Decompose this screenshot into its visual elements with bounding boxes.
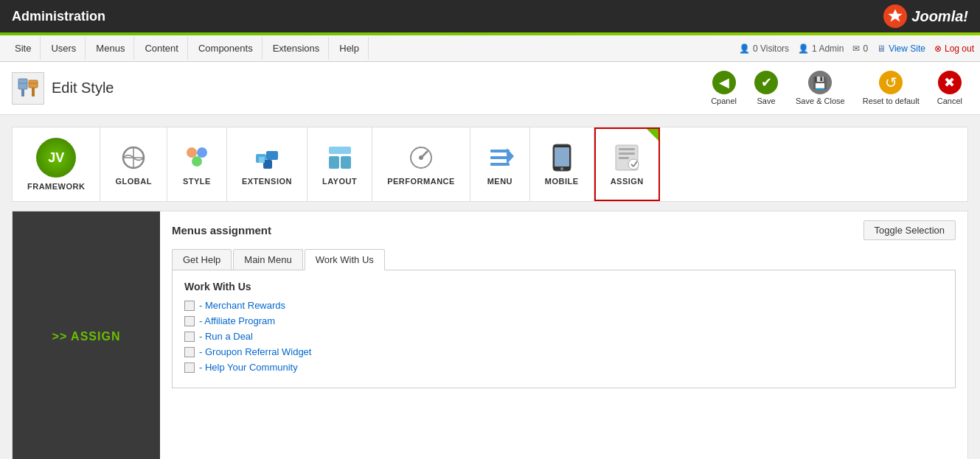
svg-marker-26 xyxy=(507,148,514,164)
tab-mobile[interactable]: MOBILE xyxy=(530,127,594,201)
cancel-icon: ✖ xyxy=(938,71,962,94)
reset-label: Reset to default xyxy=(863,97,920,105)
tab-global[interactable]: GLOBAL xyxy=(100,127,167,201)
cpanel-label: Cpanel xyxy=(711,97,737,105)
svg-rect-0 xyxy=(18,79,27,89)
menu-item-checkbox-1[interactable] xyxy=(184,316,195,326)
visitors-icon: 👤 xyxy=(739,43,750,54)
nav-item-extensions[interactable]: Extensions xyxy=(264,37,330,60)
nav-right: 👤 0 Visitors 👤 1 Admin ✉ 0 🖥 View Site ⊗… xyxy=(739,43,974,54)
performance-icon xyxy=(406,143,436,172)
assign-sidebar-label: >> ASSIGN xyxy=(52,330,121,343)
style-label: STYLE xyxy=(183,177,211,186)
view-site-label[interactable]: View Site xyxy=(889,43,925,54)
menu-item-link-2[interactable]: - Run a Deal xyxy=(199,331,253,342)
svg-point-10 xyxy=(197,147,207,158)
menu-item-link-4[interactable]: - Help Your Community xyxy=(199,362,298,373)
assign-header: Menus assignment Toggle Selection xyxy=(172,220,956,240)
cancel-button[interactable]: ✖ Cancel xyxy=(931,68,968,108)
admin-count: 1 Admin xyxy=(812,43,844,54)
svg-line-21 xyxy=(421,151,428,158)
global-label: GLOBAL xyxy=(115,177,151,186)
menu-icon xyxy=(485,143,515,172)
save-close-icon: 💾 xyxy=(808,71,832,94)
nav-item-users[interactable]: Users xyxy=(42,37,86,60)
list-item: - Help Your Community xyxy=(184,362,943,373)
joomla-logo-text: Joomla! xyxy=(911,8,968,25)
menu-tab-main-menu[interactable]: Main Menu xyxy=(233,249,302,270)
menu-item-link-3[interactable]: - Groupon Referral Widget xyxy=(199,346,311,357)
tab-performance[interactable]: PERFORMANCE xyxy=(372,127,470,201)
tab-menu[interactable]: MENU xyxy=(470,127,530,201)
svg-rect-15 xyxy=(259,157,265,163)
menu-tab-work-with-us[interactable]: Work With Us xyxy=(305,249,385,270)
svg-rect-1 xyxy=(21,89,24,97)
tab-icons-row: JV FRAMEWORK GLOBAL xyxy=(12,127,968,202)
cpanel-icon: ◀ xyxy=(712,71,736,94)
logout-label[interactable]: Log out xyxy=(945,43,974,54)
toggle-selection-button[interactable]: Toggle Selection xyxy=(863,220,956,240)
menu-item-link-1[interactable]: - Affiliate Program xyxy=(199,315,275,326)
nav-item-help[interactable]: Help xyxy=(330,37,369,60)
framework-icon: JV xyxy=(36,138,76,178)
svg-rect-5 xyxy=(32,88,35,97)
global-icon xyxy=(119,143,148,172)
list-item: - Affiliate Program xyxy=(184,315,943,326)
extension-label: EXTENSION xyxy=(242,177,292,186)
toolbar-right: ◀ Cpanel ✔ Save 💾 Save & Close ↺ Reset t… xyxy=(705,68,968,108)
nav-item-menus[interactable]: Menus xyxy=(87,37,134,60)
tab-framework[interactable]: JV FRAMEWORK xyxy=(13,127,100,201)
list-item: - Merchant Rewards xyxy=(184,300,943,311)
menu-item-checkbox-0[interactable] xyxy=(184,301,195,311)
mobile-icon xyxy=(547,143,577,172)
svg-point-9 xyxy=(187,147,197,158)
mail-indicator: ✉ 0 xyxy=(852,43,868,54)
tab-style[interactable]: STYLE xyxy=(167,127,227,201)
tab-assign[interactable]: ASSIGN xyxy=(594,127,660,201)
menu-item-link-0[interactable]: - Merchant Rewards xyxy=(199,300,285,311)
tab-extension[interactable]: EXTENSION xyxy=(227,127,307,201)
menu-tab-get-help[interactable]: Get Help xyxy=(172,249,232,270)
monitor-icon: 🖥 xyxy=(877,43,886,54)
svg-rect-13 xyxy=(266,151,278,160)
admin-icon: 👤 xyxy=(798,43,809,54)
main-content: JV FRAMEWORK GLOBAL xyxy=(0,115,980,459)
mobile-label: MOBILE xyxy=(545,177,579,186)
menu-item-checkbox-3[interactable] xyxy=(184,347,195,357)
mail-count: 0 xyxy=(863,43,868,54)
tab-layout[interactable]: LAYOUT xyxy=(307,127,372,201)
assign-main: Menus assignment Toggle Selection Get He… xyxy=(160,211,967,459)
nav-item-components[interactable]: Components xyxy=(190,37,263,60)
logout-link[interactable]: ⊗ Log out xyxy=(934,43,974,54)
menu-tabs: Get Help Main Menu Work With Us xyxy=(172,249,956,270)
toolbar: Edit Style ◀ Cpanel ✔ Save 💾 Save & Clos… xyxy=(0,62,980,115)
menu-tab-get-help-label: Get Help xyxy=(183,254,220,265)
save-close-label: Save & Close xyxy=(796,97,845,105)
framework-label: FRAMEWORK xyxy=(27,182,85,191)
menu-item-checkbox-4[interactable] xyxy=(184,362,195,373)
menus-assignment-title: Menus assignment xyxy=(172,224,271,236)
visitors-count: 0 Visitors xyxy=(753,43,789,54)
svg-rect-16 xyxy=(329,147,351,154)
svg-point-34 xyxy=(628,159,639,169)
menu-item-checkbox-2[interactable] xyxy=(184,332,195,342)
svg-rect-3 xyxy=(29,80,38,88)
save-button[interactable]: ✔ Save xyxy=(748,68,784,108)
svg-point-29 xyxy=(560,167,563,170)
joomla-logo: Joomla! xyxy=(883,4,968,28)
svg-rect-17 xyxy=(329,156,339,169)
layout-label: LAYOUT xyxy=(322,177,357,186)
cpanel-button[interactable]: ◀ Cpanel xyxy=(705,68,743,108)
reset-button[interactable]: ↺ Reset to default xyxy=(857,68,925,108)
nav-bar: Site Users Menus Content Components Exte… xyxy=(0,35,980,62)
admin-indicator: 👤 1 Admin xyxy=(798,43,844,54)
nav-item-site[interactable]: Site xyxy=(6,37,41,60)
svg-point-11 xyxy=(192,156,202,167)
save-close-button[interactable]: 💾 Save & Close xyxy=(790,68,851,108)
nav-item-content[interactable]: Content xyxy=(136,37,188,60)
performance-label: PERFORMANCE xyxy=(387,177,455,186)
menu-content: Work With Us - Merchant Rewards - Affili… xyxy=(172,270,956,388)
edit-style-icon xyxy=(12,72,44,105)
mail-icon: ✉ xyxy=(852,43,860,54)
view-site-link[interactable]: 🖥 View Site xyxy=(877,43,925,54)
